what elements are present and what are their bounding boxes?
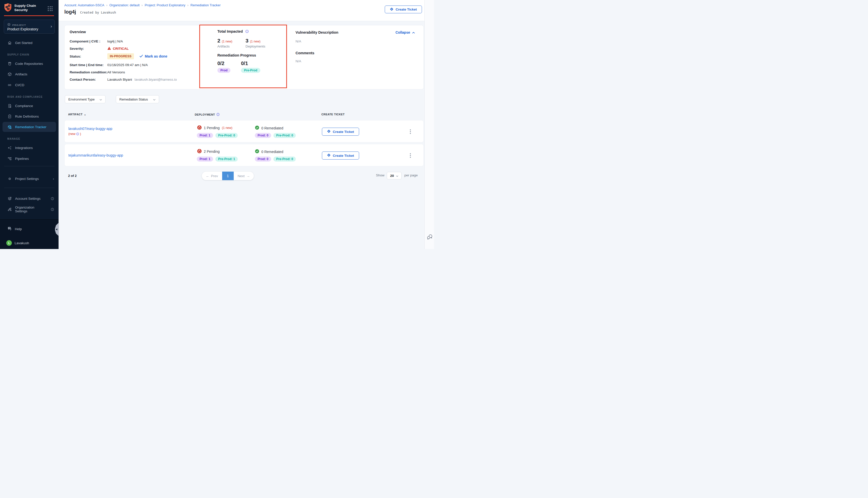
preprod-progress-stat: 0/1 Pre-Prod: [241, 61, 265, 73]
info-icon[interactable]: [76, 132, 79, 135]
create-ticket-button[interactable]: Create Ticket: [385, 5, 422, 13]
breadcrumb-current[interactable]: Remediation Tracker: [190, 3, 221, 7]
pipelines-icon: [7, 157, 12, 161]
preprod-count-badge: Pre-Prod: 0: [273, 133, 296, 138]
sidebar-item-code-repositories[interactable]: Code Repositories: [0, 59, 58, 68]
breadcrumb-organization[interactable]: Organization: default: [109, 3, 140, 7]
severity-label: Severity:: [70, 47, 107, 51]
page-title: log4j: [64, 9, 76, 15]
remediated-check-icon: [255, 149, 259, 154]
chevron-up-icon: [412, 30, 415, 35]
sidebar-item-pipelines[interactable]: Pipelines: [0, 154, 58, 163]
sidebar-item-label: Rule Definitions: [15, 115, 39, 118]
time-label: Start time | End time:: [70, 63, 107, 67]
sidebar-item-organization-settings[interactable]: Organization Settings: [0, 205, 58, 213]
project-selector-label: PROJECT: [12, 24, 26, 26]
cube-icon: [7, 23, 11, 27]
collapse-button[interactable]: Collapse: [396, 30, 415, 35]
gear-icon: [7, 176, 12, 181]
info-icon[interactable]: [51, 197, 54, 200]
row-menu-kebab-icon[interactable]: [408, 151, 413, 160]
help-button[interactable]: ? Help: [7, 226, 22, 232]
impacted-deployments-stat: 3 (1 new) Deployments: [246, 38, 274, 48]
sidebar-section-supply-chain: SUPPLY CHAIN: [7, 53, 29, 56]
info-icon[interactable]: [216, 113, 220, 116]
page-header: Account: Automation-SSCA Organization: d…: [58, 0, 434, 21]
integrations-icon: [7, 146, 12, 150]
column-header-artifact[interactable]: ARTIFACT: [68, 113, 86, 116]
component-value: log4j | N/A: [107, 39, 123, 43]
create-ticket-button[interactable]: Create Ticket: [322, 152, 359, 159]
prod-progress-value: 0/2: [218, 61, 241, 66]
chevron-down-icon: [396, 174, 398, 178]
pagination-count: 2 of 2: [68, 174, 77, 178]
sidebar: Supply Chain Security PROJECT Product Ex…: [0, 0, 58, 249]
sidebar-item-get-started[interactable]: Get Started: [0, 38, 58, 47]
condition-value: All Versions: [107, 70, 125, 74]
contact-label: Contact Person:: [70, 78, 107, 81]
deployments-stat-label: Deployments: [246, 44, 274, 48]
environment-type-filter[interactable]: Environment Type: [65, 95, 106, 103]
artifact-new-tag: (new ): [68, 132, 81, 136]
create-ticket-button[interactable]: Create Ticket: [322, 128, 359, 136]
chat-bubbles-icon[interactable]: [426, 234, 433, 241]
pagination-page-1[interactable]: 1: [222, 172, 234, 180]
ticket-diamond-icon: [327, 153, 331, 158]
page-size-select[interactable]: 20: [387, 172, 402, 180]
artifact-link[interactable]: lavakush07/easy-buggy-app: [68, 127, 112, 131]
svg-text:?: ?: [9, 227, 10, 229]
page-subtitle: Created by Lavakush: [80, 11, 116, 14]
deployments-count: 3: [246, 38, 249, 44]
info-icon[interactable]: [245, 30, 249, 33]
info-icon[interactable]: [51, 208, 54, 211]
prod-count-badge: Prod: 0: [255, 157, 271, 161]
user-menu[interactable]: L Lavakush: [6, 240, 29, 246]
app-logo: Supply Chain Security: [4, 3, 36, 13]
row-menu-kebab-icon[interactable]: [408, 127, 413, 136]
right-rail: [424, 0, 434, 249]
sidebar-section-manage: MANAGE: [7, 137, 21, 140]
sidebar-item-label: Compliance: [15, 104, 33, 108]
org-gear-icon: [7, 207, 12, 212]
project-selector[interactable]: PROJECT Product Exploratory ›: [4, 19, 55, 34]
layers-gear-icon: [7, 196, 12, 201]
prod-progress-stat: 0/2 Prod: [218, 61, 241, 73]
sidebar-section-risk-compliance: RISK AND COMPLIANCE: [7, 95, 43, 98]
sidebar-item-compliance[interactable]: Compliance: [0, 102, 58, 110]
module-grid-icon[interactable]: [48, 6, 53, 11]
sidebar-item-integrations[interactable]: Integrations: [0, 143, 58, 152]
sidebar-item-label: Artifacts: [15, 73, 27, 76]
comments-value: N/A: [295, 59, 415, 63]
comments-heading: Comments: [295, 51, 415, 55]
sidebar-item-remediation-tracker[interactable]: Remediation Tracker: [2, 122, 56, 132]
status-label: Status:: [70, 54, 107, 58]
prod-count-badge: Prod: 1: [197, 157, 213, 161]
sidebar-item-account-settings[interactable]: Account Settings: [0, 194, 58, 203]
show-label: Show: [376, 173, 384, 177]
condition-label: Remediation condition:: [70, 70, 107, 74]
sidebar-item-artifacts[interactable]: Artifacts: [0, 70, 58, 78]
remediated-deployments: 0 Remediated: [255, 126, 283, 130]
infinity-icon: [7, 83, 12, 87]
pagination-next-button[interactable]: Next: [234, 172, 254, 180]
sidebar-item-label: Pipelines: [15, 157, 29, 160]
pagination-prev-button[interactable]: Prev: [202, 172, 222, 180]
breadcrumb-project[interactable]: Project: Product Exploratory: [145, 3, 185, 7]
app-window: Supply Chain Security PROJECT Product Ex…: [0, 0, 434, 249]
mark-as-done-button[interactable]: Mark as done: [140, 54, 167, 58]
vulnerability-heading: Vulnerability Description: [295, 30, 338, 35]
remediated-count: 0 Remediated: [261, 150, 283, 154]
pending-count: 1 Pending: [204, 126, 220, 130]
sidebar-item-rule-definitions[interactable]: Rule Definitions: [0, 112, 58, 121]
remediation-status-filter[interactable]: Remediation Status: [116, 95, 159, 103]
time-value: 01/16/2025 09:47 am | N/A: [107, 63, 148, 67]
remediated-deployments: 0 Remediated: [255, 149, 283, 154]
check-icon: [140, 54, 143, 58]
breadcrumb-account[interactable]: Account: Automation-SSCA: [64, 3, 104, 7]
sidebar-item-cicd[interactable]: CI/CD: [0, 81, 58, 89]
sidebar-item-label: Get Started: [15, 41, 32, 45]
overview-section: Overview Component | CVE : log4j | N/A S…: [70, 30, 177, 84]
help-label: Help: [15, 227, 22, 231]
artifact-link[interactable]: tejakummarikuntla/easy-buggy-app: [68, 153, 123, 157]
sidebar-item-project-settings[interactable]: Project Settings ›: [0, 174, 58, 183]
